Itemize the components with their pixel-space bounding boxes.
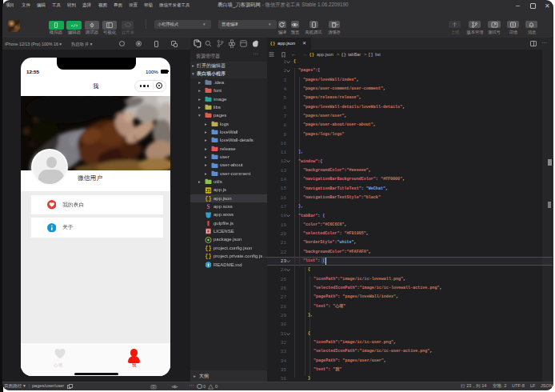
svg-text:</>: </> — [71, 23, 78, 28]
svg-text:{}: {} — [205, 254, 211, 260]
svg-text:JS: JS — [206, 188, 211, 193]
svg-text:{}: {} — [205, 245, 211, 251]
svg-text:{}: {} — [205, 195, 211, 202]
svg-text:S: S — [206, 203, 210, 210]
